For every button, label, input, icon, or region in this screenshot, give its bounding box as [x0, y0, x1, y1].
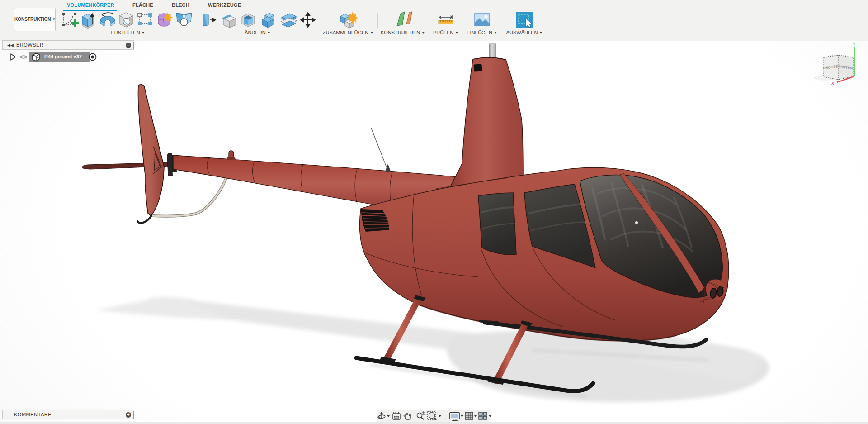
- svg-text:Y: Y: [853, 42, 856, 47]
- svg-text:X: X: [831, 81, 834, 86]
